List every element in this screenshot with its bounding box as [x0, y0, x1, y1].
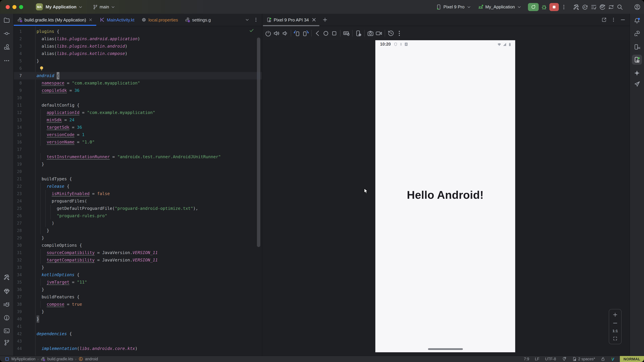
macos-zoom-button[interactable] [19, 5, 23, 9]
line-number[interactable]: 11 [14, 102, 22, 109]
open-in-window-icon[interactable] [602, 17, 607, 22]
code-line[interactable]: 33 } [14, 264, 262, 271]
device-selector[interactable]: Pixel 9 Pro [436, 4, 472, 10]
commit-tool-icon[interactable] [3, 30, 10, 37]
back-icon[interactable] [314, 30, 321, 37]
code-line[interactable]: 1plugins { [14, 28, 262, 35]
code-line[interactable]: 35 jvmTarget = "11" [14, 279, 262, 286]
power-icon[interactable] [265, 30, 272, 37]
code-line[interactable]: 25 getDefaultProguardFile("proguard-andr… [14, 205, 262, 212]
emulator-options-icon[interactable] [396, 30, 403, 37]
code-line[interactable]: 14 targetSdk = 36 [14, 124, 262, 131]
more-run-actions-icon[interactable] [561, 4, 567, 10]
line-number[interactable]: 3 [14, 42, 22, 50]
code-line[interactable]: 31 sourceCompatibility = JavaVersion.VER… [14, 249, 262, 256]
code-line[interactable]: 32 targetCompatibility = JavaVersion.VER… [14, 256, 262, 264]
hardware-input-icon[interactable] [343, 30, 350, 37]
line-number[interactable]: 32 [14, 256, 22, 264]
code-line[interactable]: 41 [14, 323, 262, 330]
code-line[interactable]: 19 } [14, 161, 262, 168]
line-number[interactable]: 4 [14, 50, 22, 57]
resource-manager-icon[interactable] [3, 43, 10, 50]
line-number[interactable]: 6 [14, 65, 22, 72]
close-icon[interactable] [88, 17, 93, 22]
code-line[interactable]: 21 buildTypes { [14, 175, 262, 183]
tab-mainactivity[interactable]: MainActivity.kt [96, 14, 138, 26]
line-number[interactable]: 35 [14, 279, 22, 286]
volume-down-icon[interactable] [282, 30, 288, 37]
device-tab[interactable]: Pixel 9 Pro API 34 [262, 14, 320, 26]
line-number[interactable]: 16 [14, 138, 22, 146]
code-line[interactable]: 7android { [14, 72, 262, 79]
more-tools-icon[interactable] [3, 57, 10, 64]
line-number[interactable]: 19 [14, 161, 22, 168]
code-line[interactable]: 29 } [14, 234, 262, 242]
zoom-in-icon[interactable] [612, 312, 618, 318]
vim-plugin-icon[interactable]: V [611, 357, 614, 362]
line-number[interactable]: 23 [14, 190, 22, 197]
code-line[interactable]: 10 [14, 94, 262, 102]
screen-record-icon[interactable] [375, 30, 382, 37]
lock-open-icon[interactable] [601, 357, 606, 361]
line-number[interactable]: 8 [14, 79, 22, 87]
line-number[interactable]: 42 [14, 330, 22, 338]
line-number[interactable]: 28 [14, 227, 22, 234]
line-number[interactable]: 22 [14, 183, 22, 190]
line-number[interactable]: 25 [14, 205, 22, 212]
build-icon[interactable] [573, 3, 580, 10]
notifications-icon[interactable] [634, 17, 640, 24]
gradle-icon[interactable] [634, 30, 640, 37]
line-number[interactable]: 38 [14, 301, 22, 308]
file-encoding[interactable]: UTF-8 [545, 357, 556, 361]
airplane-icon[interactable] [634, 81, 640, 87]
zoom-ratio[interactable]: 1:1 [612, 329, 618, 333]
code-line[interactable]: 28 } [14, 227, 262, 234]
code-editor[interactable]: 1plugins {2 alias(libs.plugins.android.a… [14, 26, 262, 356]
code-line[interactable]: 9 compileSdk = 36 [14, 87, 262, 94]
line-number[interactable]: 34 [14, 271, 22, 279]
build-tool-icon[interactable] [3, 274, 10, 281]
device-mirroring-icon[interactable] [608, 3, 614, 10]
line-number[interactable]: 33 [14, 264, 22, 271]
intention-bulb-icon[interactable] [39, 66, 44, 71]
line-number[interactable]: 39 [14, 308, 22, 316]
code-line[interactable]: 3 alias(libs.plugins.kotlin.android) [14, 42, 262, 50]
line-number[interactable]: 13 [14, 116, 22, 124]
line-number[interactable]: 7 [14, 72, 22, 79]
settings-icon[interactable] [625, 3, 632, 10]
code-line[interactable]: 42dependencies { [14, 330, 262, 338]
code-line[interactable]: 39 } [14, 308, 262, 316]
hidden-tabs-icon[interactable] [244, 17, 250, 22]
line-number[interactable]: 29 [14, 234, 22, 242]
code-line[interactable]: 17 [14, 146, 262, 153]
project-tool-icon[interactable] [3, 17, 10, 23]
indent-setting[interactable]: 2 spaces* [572, 357, 595, 361]
rotate-left-icon[interactable] [294, 30, 300, 37]
line-number[interactable]: 17 [14, 146, 22, 153]
line-number[interactable]: 18 [14, 153, 22, 161]
close-icon[interactable] [311, 17, 317, 23]
code-line[interactable]: 2 alias(libs.plugins.android.application… [14, 35, 262, 42]
breadcrumb-item[interactable]: android [85, 357, 98, 361]
inspections-ok-icon[interactable] [249, 28, 254, 32]
project-widget[interactable]: MA My Application [36, 3, 83, 10]
code-line[interactable]: 36 } [14, 286, 262, 293]
app-quality-insights-icon[interactable] [3, 288, 10, 295]
fit-to-screen-icon[interactable] [612, 336, 618, 341]
code-line[interactable]: 24 proguardFiles( [14, 197, 262, 205]
screenshot-icon[interactable] [367, 30, 374, 37]
device-screen[interactable]: 10:20 A Hello Android! [375, 40, 515, 352]
line-number[interactable]: 20 [14, 168, 22, 175]
line-number[interactable]: 37 [14, 293, 22, 301]
code-line[interactable]: 6 [14, 65, 262, 72]
line-number[interactable]: 41 [14, 323, 22, 330]
home-icon[interactable] [322, 30, 330, 37]
stop-button[interactable] [550, 3, 559, 11]
line-number[interactable]: 12 [14, 109, 22, 116]
line-number[interactable]: 9 [14, 87, 22, 94]
line-number[interactable]: 44 [14, 345, 22, 352]
line-number[interactable]: 2 [14, 35, 22, 42]
code-line[interactable]: 43 [14, 338, 262, 345]
line-number[interactable]: 30 [14, 242, 22, 249]
code-line[interactable]: 44 implementation(libs.androidx.core.ktx… [14, 345, 262, 352]
